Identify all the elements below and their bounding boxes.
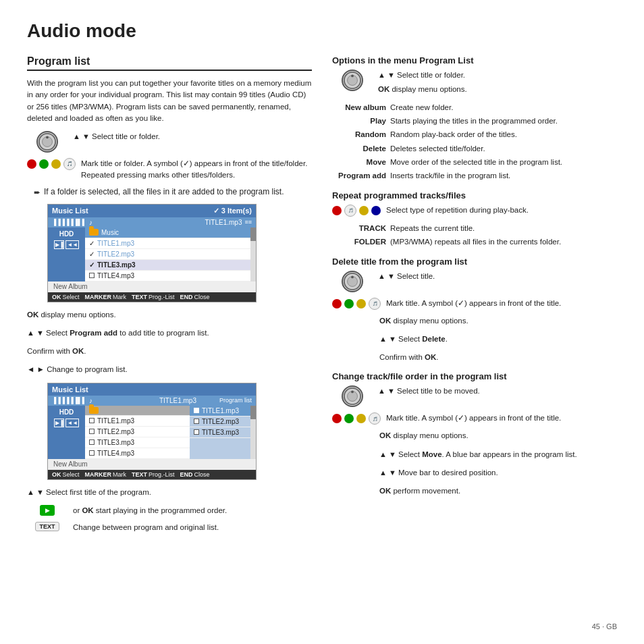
options-table: New album Create new folder. Play Starts… bbox=[332, 101, 617, 182]
ml2-header-left: Music List bbox=[52, 385, 88, 394]
opt-track: TRACK Repeats the current title. bbox=[332, 222, 617, 234]
ml1-row2-text: TITLE2.mp3 bbox=[97, 250, 134, 258]
ml2-r-sq-1 bbox=[194, 408, 199, 413]
r-knob-text: ▲ ▼ Select title or folder. OK display m… bbox=[378, 70, 467, 96]
note-arrow-1: ➨ bbox=[34, 188, 41, 197]
ml1-content: Music ✓ TITLE1.mp3 ✓ TITLE2.mp3 ✓ TITLE3… bbox=[85, 227, 250, 281]
del-btn-green bbox=[344, 299, 354, 308]
folder-icon-2 bbox=[89, 407, 99, 414]
change-btn-text: Mark title. A symbol (✓) appears in fron… bbox=[386, 412, 561, 424]
text-btn-row: TEXT Change between program and original… bbox=[27, 522, 312, 533]
ml1-transport: ▶▐ ◄◄ bbox=[54, 240, 80, 249]
ml2-top-bar: ▐▐▐▐▐▐▌▌ ♪ TITLE1.mp3 Program list bbox=[48, 396, 256, 406]
repeat-btn-row: 🎵 Select type of repetition during play-… bbox=[332, 205, 617, 217]
repeat-btn-text: Select type of repetition during play-ba… bbox=[386, 205, 529, 216]
ml1-check-2: ✓ bbox=[89, 250, 95, 258]
opt-val-new-album: Create new folder. bbox=[390, 101, 617, 113]
ml2-new-album-label: New Album bbox=[53, 460, 88, 468]
ml1-check-1: ✓ bbox=[89, 240, 95, 247]
opt-val-random: Random play-back order of the titles. bbox=[390, 128, 617, 140]
change-knob-text: ▲ ▼ Select title to be moved. bbox=[378, 385, 480, 397]
repeat-btn-icon-area: 🎵 bbox=[332, 205, 381, 217]
ml1-row-1: ✓ TITLE1.mp3 bbox=[85, 238, 250, 249]
chg-btn-special: 🎵 bbox=[369, 412, 381, 425]
ml2-left: TITLE1.mp3 TITLE2.mp3 TITLE3.mp3 TI bbox=[85, 406, 190, 459]
ml1-hdd: HDD bbox=[59, 230, 74, 238]
ml1-row-2: ✓ TITLE2.mp3 bbox=[85, 249, 250, 260]
btn-green-1 bbox=[39, 159, 49, 169]
music-list-2: Music List ▐▐▐▐▐▐▌▌ ♪ TITLE1.mp3 Program… bbox=[47, 383, 257, 480]
ml2-r-sq-2 bbox=[194, 419, 199, 424]
ml1-top-title: TITLE1.mp3 bbox=[95, 219, 242, 226]
btn-row-1: 🎵 Mark title or folder. A symbol (✓) app… bbox=[27, 158, 312, 182]
ml2-sidebar: HDD ▶▐ ◄◄ bbox=[48, 406, 85, 459]
btn-yellow-1 bbox=[51, 159, 61, 169]
intro-text: With the program list you can put togeth… bbox=[27, 78, 312, 124]
change-move-bar: ▲ ▼ Move bar to desired position. bbox=[332, 467, 617, 479]
btn-icon-area-1: 🎵 bbox=[27, 158, 76, 170]
opt-key-track: TRACK bbox=[332, 222, 386, 234]
ml2-sq-3 bbox=[89, 439, 95, 445]
delete-knob-text: ▲ ▼ Select title. bbox=[378, 271, 435, 282]
ml1-row4-text: TITLE4.mp3 bbox=[97, 272, 134, 279]
change-ok2-text: OK perform movement. bbox=[332, 485, 617, 497]
ml2-new-album: New Album bbox=[48, 459, 256, 470]
opt-key-play: Play bbox=[332, 115, 386, 127]
ml1-sq-4 bbox=[89, 273, 95, 278]
repeat-btn-blue bbox=[371, 206, 381, 215]
ml2-footer: OK Select MARKER Mark TEXT Prog.-List EN… bbox=[48, 470, 256, 479]
opt-random: Random Random play-back order of the tit… bbox=[332, 128, 617, 140]
text-btn-icon-area: TEXT bbox=[27, 522, 68, 531]
svg-point-11 bbox=[351, 391, 354, 394]
knob-icon-1 bbox=[36, 131, 58, 153]
r-knob-icon-area bbox=[332, 70, 373, 91]
change-ok1-text: OK display menu options. bbox=[332, 430, 617, 441]
folder-icon-1 bbox=[89, 229, 99, 236]
ml2-l-row1: TITLE1.mp3 bbox=[85, 416, 190, 427]
knob-row-1-text: ▲ ▼ Select title or folder. bbox=[73, 131, 160, 142]
del-btn-red bbox=[332, 299, 342, 308]
play-btn-green bbox=[40, 505, 55, 516]
opt-val-track: Repeats the current title. bbox=[390, 222, 617, 234]
ml2-music-icon: ♪ bbox=[89, 397, 92, 404]
ml1-top-bar: ▐▐▐▐▐▐▌▌ ♪ TITLE1.mp3 ≡≡ bbox=[48, 217, 256, 227]
ml2-l-row4: TITLE4.mp3 bbox=[85, 448, 190, 459]
ml2-r-sq-3 bbox=[194, 429, 199, 435]
ml2-l-row3: TITLE3.mp3 bbox=[85, 437, 190, 448]
confirm-ok-1: Confirm with OK. bbox=[27, 346, 312, 357]
opt-key-delete: Delete bbox=[332, 142, 386, 155]
right-column: Options in the menu Program List ▲ ▼ Sel… bbox=[332, 55, 617, 539]
section-title-right: Options in the menu Program List bbox=[332, 55, 617, 65]
ml1-row3-text: TITLE3.mp3 bbox=[97, 261, 136, 269]
ml1-row1-text: TITLE1.mp3 bbox=[97, 240, 134, 247]
change-btn-row: 🎵 Mark title. A symbol (✓) appears in fr… bbox=[332, 412, 617, 425]
play-icon-area bbox=[27, 505, 68, 516]
select-first: ▲ ▼ Select first title of the program. bbox=[27, 487, 312, 498]
page-number: 45 · GB bbox=[592, 622, 617, 630]
del-btn-special: 🎵 bbox=[369, 298, 381, 310]
knob-icon-area-1 bbox=[27, 131, 68, 153]
ml2-r-row3: TITLE3.mp3 bbox=[190, 427, 250, 438]
ml1-scrollthumb bbox=[250, 227, 256, 241]
svg-point-8 bbox=[351, 275, 354, 278]
chg-btn-green bbox=[344, 414, 354, 423]
opt-delete: Delete Deletes selected title/folder. bbox=[332, 142, 617, 155]
knob-row-1: ▲ ▼ Select title or folder. bbox=[27, 131, 312, 153]
ml1-scrollbar bbox=[250, 227, 256, 281]
note-row-1: ➨ If a folder is selected, all the files… bbox=[27, 187, 312, 197]
ml2-hdd: HDD bbox=[59, 408, 74, 416]
ml2-scrollthumb bbox=[250, 406, 256, 419]
ml1-row-4: TITLE4.mp3 bbox=[85, 271, 250, 281]
change-btn-icon-area: 🎵 bbox=[332, 412, 381, 425]
delete-knob-icon-area bbox=[332, 271, 373, 292]
ml2-scrollbar bbox=[250, 406, 256, 459]
ml1-footer: OK Select MARKER Mark TEXT Prog.-List EN… bbox=[48, 292, 256, 302]
ml2-r-row2: TITLE2.mp3 bbox=[190, 417, 250, 427]
ml2-f-marker: MARKER Mark bbox=[85, 471, 127, 478]
ml1-header-right: ✓ 3 Item(s) bbox=[213, 207, 252, 215]
repeat-section: Repeat programmed tracks/files 🎵 Select … bbox=[332, 190, 617, 248]
opt-val-move: Move order of the selected title in the … bbox=[390, 156, 617, 168]
select-program-add: ▲ ▼ Select Program add to add title to p… bbox=[27, 327, 312, 339]
ml2-f-ok: OK Select bbox=[52, 471, 80, 478]
svg-point-2 bbox=[46, 136, 49, 139]
